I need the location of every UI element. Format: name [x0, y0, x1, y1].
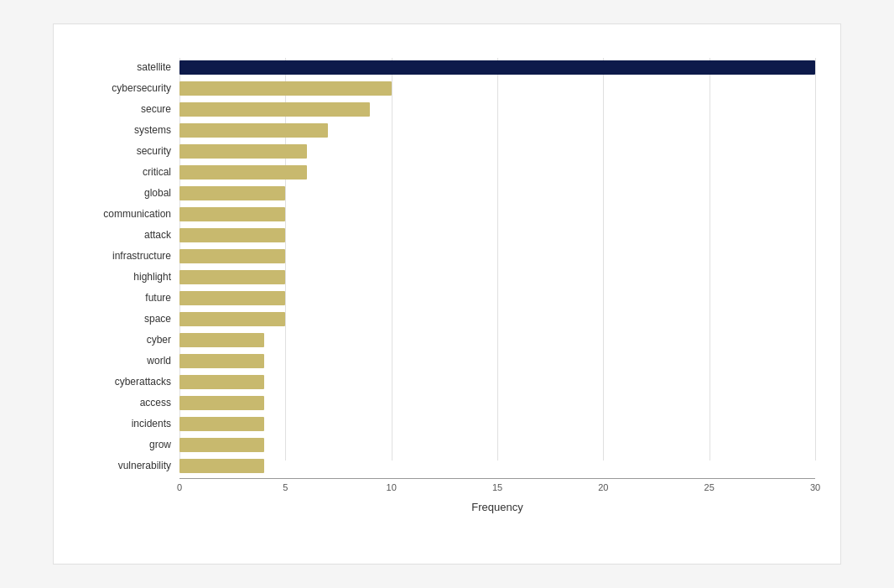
bar-label: space: [79, 310, 179, 328]
bar-row: [179, 247, 815, 265]
bar-row: [179, 58, 815, 76]
bar-fill: [179, 270, 285, 284]
bar-row: [179, 100, 815, 118]
bar-fill: [179, 60, 815, 75]
bar-label: access: [79, 393, 179, 412]
bar-row: [179, 121, 815, 139]
bar-label: security: [79, 142, 179, 160]
bar-fill: [179, 459, 264, 473]
bar-row: [179, 142, 815, 160]
x-axis: 051015202530: [179, 478, 815, 496]
bar-fill: [179, 375, 264, 389]
bar-row: [179, 184, 815, 202]
x-tick: 30: [810, 482, 820, 492]
bar-row: [179, 79, 815, 97]
bar-label: attack: [79, 226, 179, 244]
bar-row: [179, 414, 815, 433]
bar-fill: [179, 354, 264, 368]
bar-label: infrastructure: [79, 247, 179, 265]
bar-label: vulnerability: [79, 456, 179, 475]
x-tick: 20: [598, 482, 608, 492]
bar-row: [179, 351, 815, 370]
bar-fill: [179, 438, 264, 452]
bar-row: [179, 205, 815, 223]
x-tick: 5: [283, 482, 288, 492]
bar-fill: [179, 81, 392, 96]
bar-fill: [179, 186, 285, 200]
bar-fill: [179, 333, 264, 347]
x-axis-label: Frequency: [179, 501, 815, 513]
bar-label: satellite: [79, 58, 179, 76]
bar-row: [179, 456, 815, 475]
x-tick: 10: [387, 482, 397, 492]
bar-fill: [179, 123, 328, 138]
bar-fill: [179, 312, 285, 326]
bar-fill: [179, 165, 307, 180]
x-tick: 25: [704, 482, 715, 492]
bar-fill: [179, 228, 285, 242]
bar-label: future: [79, 289, 179, 307]
bar-fill: [179, 144, 307, 159]
bar-label: global: [79, 184, 179, 202]
bar-label: grow: [79, 435, 179, 454]
bar-label: cyberattacks: [79, 372, 179, 391]
bar-label: secure: [79, 100, 179, 118]
bar-row: [179, 163, 815, 181]
bar-row: [179, 289, 815, 307]
bar-label: world: [79, 351, 179, 370]
bar-label: communication: [79, 205, 179, 223]
chart-container: satellitecybersecuritysecuresystemssecur…: [53, 23, 841, 565]
grid-line: [815, 58, 816, 461]
bar-row: [179, 226, 815, 244]
bar-fill: [179, 291, 285, 305]
bar-fill: [179, 417, 264, 431]
bar-row: [179, 435, 815, 454]
bar-fill: [179, 207, 285, 221]
x-tick: 0: [177, 482, 182, 492]
bar-fill: [179, 249, 285, 263]
bar-row: [179, 268, 815, 286]
bar-label: cybersecurity: [79, 79, 179, 97]
bar-label: highlight: [79, 268, 179, 286]
bar-row: [179, 372, 815, 391]
bar-fill: [179, 102, 370, 117]
bar-row: [179, 393, 815, 412]
bar-label: incidents: [79, 414, 179, 433]
bar-row: [179, 330, 815, 349]
bar-fill: [179, 396, 264, 410]
bar-label: critical: [79, 163, 179, 181]
bar-label: systems: [79, 121, 179, 139]
bar-label: cyber: [79, 330, 179, 349]
bar-row: [179, 310, 815, 328]
x-tick: 15: [492, 482, 502, 492]
